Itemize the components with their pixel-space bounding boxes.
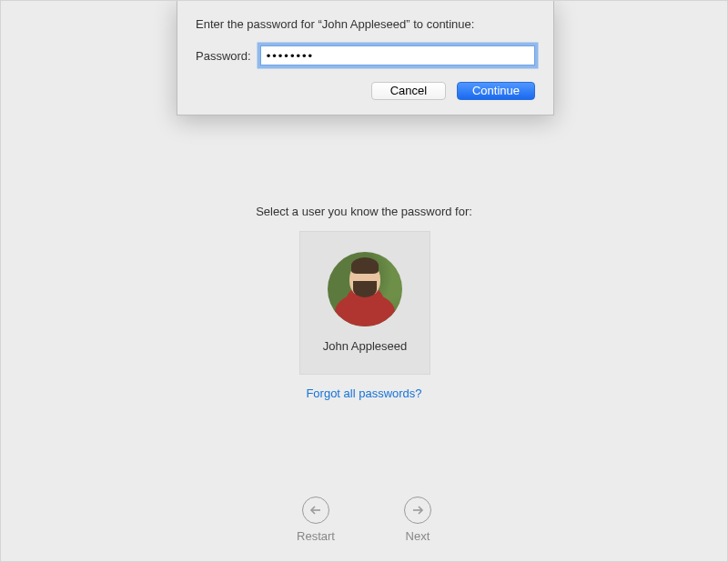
next-button[interactable]: Next (404, 497, 431, 543)
continue-button[interactable]: Continue (457, 82, 535, 100)
arrow-left-icon (302, 497, 329, 524)
cancel-button[interactable]: Cancel (371, 82, 446, 100)
password-input[interactable] (260, 45, 535, 65)
arrow-right-icon (404, 497, 431, 524)
avatar (328, 252, 402, 326)
password-sheet: Enter the password for “John Appleseed” … (177, 1, 554, 115)
sheet-prompt: Enter the password for “John Appleseed” … (196, 17, 535, 31)
restart-button[interactable]: Restart (297, 497, 335, 543)
forgot-passwords-link[interactable]: Forgot all passwords? (1, 386, 727, 400)
restart-label: Restart (297, 529, 335, 543)
user-card[interactable]: John Appleseed (299, 231, 430, 375)
select-user-prompt: Select a user you know the password for: (1, 205, 727, 218)
user-name-label: John Appleseed (300, 339, 430, 353)
next-label: Next (406, 529, 430, 543)
password-label: Password: (196, 49, 251, 63)
